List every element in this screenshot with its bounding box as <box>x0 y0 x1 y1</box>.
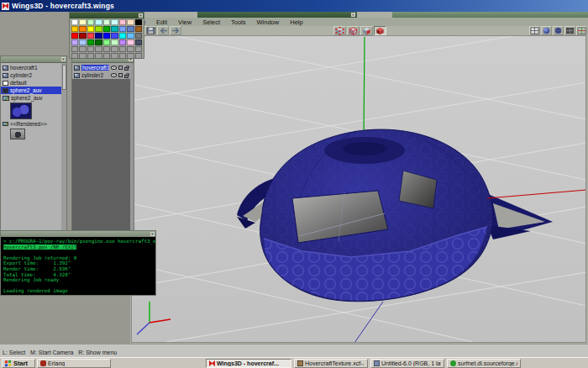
palette-swatch[interactable] <box>87 33 94 39</box>
palette-swatch[interactable] <box>95 46 102 52</box>
outliner-window[interactable]: ✕ hovercraft1cylinder2defaultsphere2_auv… <box>0 55 67 234</box>
palette-swatch[interactable] <box>87 39 94 45</box>
wireframe-toggle-icon[interactable] <box>118 73 123 77</box>
outliner-item[interactable]: hovercraft1 <box>1 64 61 71</box>
palette-swatch[interactable] <box>111 33 118 39</box>
palette-swatch[interactable] <box>79 39 86 45</box>
palette-swatch[interactable] <box>95 26 102 32</box>
background-window-titlebar[interactable]: ✕ <box>197 12 357 18</box>
palette-swatch[interactable] <box>71 39 78 45</box>
texture-thumbnail[interactable] <box>10 103 32 119</box>
viewport-3d[interactable] <box>131 35 586 343</box>
palette-window[interactable]: ✕ <box>69 12 144 59</box>
scrollbar-thumb[interactable] <box>62 65 66 90</box>
palette-swatch[interactable] <box>103 39 110 45</box>
palette-swatch[interactable] <box>135 19 142 25</box>
palette-swatch[interactable] <box>119 19 126 25</box>
palette-swatch[interactable] <box>135 26 142 32</box>
taskbar-button-wings[interactable]: Wings3D - hovercraf... <box>206 359 291 368</box>
palette-swatch[interactable] <box>111 26 118 32</box>
palette-swatch[interactable] <box>135 46 142 52</box>
palette-swatch[interactable] <box>95 39 102 45</box>
taskbar-button-dl[interactable]: surfnet.dl.sourceforge.n... <box>447 359 521 368</box>
palette-swatch[interactable] <box>135 39 142 45</box>
save-button[interactable] <box>144 26 156 35</box>
palette-swatch[interactable] <box>79 53 86 59</box>
select-mode-body-button[interactable] <box>374 26 386 35</box>
palette-swatch[interactable] <box>135 53 142 59</box>
menu-tools[interactable]: Tools <box>231 18 246 26</box>
palette-swatch[interactable] <box>71 33 78 39</box>
menu-view[interactable]: View <box>178 18 192 26</box>
palette-swatch[interactable] <box>87 19 94 25</box>
taskbar-button-erlang[interactable]: Erlang <box>37 359 111 368</box>
menu-help[interactable]: Help <box>290 18 302 26</box>
taskbar-button-gimp2[interactable]: Untitled-6.0 (RGB, 1 lay... <box>370 359 444 368</box>
palette-swatch[interactable] <box>119 26 126 32</box>
outliner-titlebar[interactable]: ✕ <box>1 56 66 63</box>
console-output[interactable]: > c:/PROGRA~1/pov-ray/bin/pvengine.exe h… <box>1 237 155 295</box>
smooth-shaded-button[interactable] <box>541 26 552 35</box>
palette-swatch[interactable] <box>79 46 86 52</box>
palette-swatch[interactable] <box>71 19 78 25</box>
palette-swatch[interactable] <box>95 53 102 59</box>
palette-swatch[interactable] <box>111 19 118 25</box>
palette-swatch[interactable] <box>87 26 94 32</box>
palette-swatch[interactable] <box>79 19 86 25</box>
palette-swatch[interactable] <box>103 26 110 32</box>
visibility-eye-icon[interactable] <box>111 66 117 70</box>
select-mode-face-button[interactable] <box>360 26 373 35</box>
palette-swatch[interactable] <box>71 53 78 59</box>
close-icon[interactable]: ✕ <box>61 57 66 61</box>
menu-edit[interactable]: Edit <box>156 18 167 26</box>
taskbar-button-gimp[interactable]: HovercraftTexture.xcf-... <box>294 359 368 368</box>
outliner-scrollbar[interactable] <box>61 63 66 233</box>
flat-shaded-button[interactable] <box>553 26 564 35</box>
palette-swatch[interactable] <box>79 26 86 32</box>
palette-swatch[interactable] <box>79 33 86 39</box>
lock-icon[interactable] <box>124 75 129 78</box>
palette-swatch[interactable] <box>95 19 102 25</box>
palette-swatch[interactable] <box>119 46 126 52</box>
window-titlebar[interactable]: Wings3D - hovercraft3.wings <box>0 0 588 12</box>
select-mode-vertex-button[interactable] <box>333 26 346 35</box>
close-icon[interactable]: ✕ <box>139 13 143 18</box>
outliner-item[interactable]: <<Rendered>> <box>1 120 61 128</box>
palette-swatch[interactable] <box>103 33 110 39</box>
palette-swatch[interactable] <box>127 39 134 45</box>
palette-swatch[interactable] <box>127 19 134 25</box>
palette-swatch[interactable] <box>119 33 126 39</box>
palette-swatch[interactable] <box>87 53 94 59</box>
select-mode-edge-button[interactable] <box>347 26 360 35</box>
geometry-item[interactable]: cylinder2 <box>72 71 130 79</box>
outliner-item[interactable]: default <box>1 79 61 87</box>
palette-swatch[interactable] <box>103 46 110 52</box>
geometry-scrollbar[interactable] <box>130 63 134 233</box>
viewport-canvas[interactable] <box>131 35 586 343</box>
palette-swatch[interactable] <box>119 53 126 59</box>
palette-swatch[interactable] <box>103 53 110 59</box>
geometry-item[interactable]: hovercraft1 <box>72 64 130 71</box>
geometry-graph-window[interactable]: ✕ hovercraft1cylinder2 <box>71 55 134 234</box>
palette-swatch[interactable] <box>127 53 134 59</box>
outliner-item[interactable]: sphere2_auv <box>1 87 61 94</box>
console-window[interactable]: ✕ > c:/PROGRA~1/pov-ray/bin/pvengine.exe… <box>0 230 156 296</box>
palette-swatch[interactable] <box>135 33 142 39</box>
start-button[interactable]: Start <box>2 359 35 368</box>
palette-swatch[interactable] <box>127 46 134 52</box>
palette-swatch[interactable] <box>127 33 134 39</box>
outliner-item[interactable]: cylinder2 <box>1 71 61 79</box>
palette-swatch[interactable] <box>103 19 110 25</box>
palette-swatch[interactable] <box>127 26 134 32</box>
palette-swatch[interactable] <box>111 46 118 52</box>
palette-swatch[interactable] <box>95 33 102 39</box>
palette-titlebar[interactable]: ✕ <box>70 13 144 18</box>
palette-swatch[interactable] <box>119 39 126 45</box>
palette-swatch[interactable] <box>111 53 118 59</box>
palette-swatch[interactable] <box>71 26 78 32</box>
ground-grid-button[interactable] <box>576 26 587 35</box>
menu-window[interactable]: Window <box>257 18 280 26</box>
close-icon[interactable]: ✕ <box>351 13 355 17</box>
wireframe-button[interactable] <box>564 26 575 35</box>
palette-swatch[interactable] <box>111 39 118 45</box>
